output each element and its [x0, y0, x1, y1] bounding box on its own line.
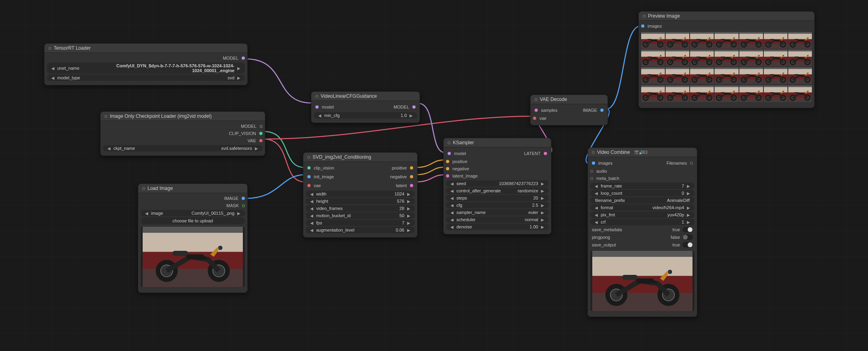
- widget-control-after[interactable]: ◀control_after_generaterandomize▶: [446, 188, 549, 194]
- widget-video-frames[interactable]: ◀video_frames28▶: [306, 205, 415, 212]
- preview-thumb: [690, 67, 714, 84]
- preview-thumb: [715, 50, 738, 67]
- widget-frame-rate[interactable]: ◀frame_rate7▶: [590, 183, 694, 189]
- widget-motion-bucket[interactable]: ◀motion_bucket_id50▶: [306, 212, 415, 219]
- widget-width[interactable]: ◀width1024▶: [306, 191, 415, 197]
- output-image[interactable]: IMAGE: [138, 195, 247, 202]
- input-model[interactable]: model: [313, 103, 335, 111]
- node-load-image[interactable]: Load Image IMAGE MASK ◀imageComfyUI_0011…: [138, 184, 248, 293]
- preview-thumb: [690, 85, 714, 102]
- preview-thumb: [788, 85, 812, 102]
- output-latent[interactable]: latent: [394, 182, 416, 189]
- widget-aug-level[interactable]: ◀augmentation_level0.06▶: [306, 227, 415, 233]
- widget-pix-fmt[interactable]: ◀pix_fmtyuv420p▶: [590, 212, 694, 218]
- node-title: Preview Image: [648, 13, 680, 19]
- preview-thumb: [641, 67, 665, 84]
- widget-steps[interactable]: ◀steps20▶: [446, 195, 549, 201]
- input-init-image[interactable]: init_image: [305, 173, 335, 180]
- preview-thumb: [690, 50, 714, 67]
- input-model[interactable]: model: [445, 150, 468, 157]
- output-filenames[interactable]: Filenames: [665, 159, 695, 167]
- toggle-save-output[interactable]: save_outputtrue: [588, 241, 697, 248]
- preview-thumb: [764, 32, 787, 49]
- output-clip-vision[interactable]: CLIP_VISION: [101, 130, 265, 137]
- widget-loop-count[interactable]: ◀loop_count0▶: [590, 190, 694, 196]
- node-title: VAE Decode: [540, 97, 567, 102]
- node-cfg-guidance[interactable]: VideoLinearCFGGuidance model MODEL ◀min_…: [311, 91, 420, 123]
- widget-height[interactable]: ◀height576▶: [306, 198, 415, 204]
- widget-min-cfg[interactable]: ◀min_cfg1.0▶: [314, 112, 417, 119]
- node-title: Load Image: [147, 186, 173, 191]
- toggle-pingpong[interactable]: pingpongfalse: [588, 234, 697, 241]
- input-latent-image[interactable]: latent_image: [444, 172, 551, 180]
- output-latent[interactable]: LATENT: [523, 150, 549, 157]
- preview-thumb: [764, 50, 787, 67]
- node-title: TensorRT Loader: [54, 45, 91, 51]
- node-ksampler[interactable]: KSampler model LATENT positive negative …: [443, 138, 551, 234]
- input-vae[interactable]: vae: [305, 182, 323, 189]
- node-svd-conditioning[interactable]: SVD_img2vid_Conditioning clip_vision pos…: [303, 152, 418, 238]
- widget-fps[interactable]: ◀fps7▶: [306, 220, 415, 226]
- node-badges: 🎬🔊🎞: [634, 150, 648, 155]
- input-clip-vision[interactable]: clip_vision: [305, 164, 336, 171]
- output-model[interactable]: MODEL: [392, 103, 418, 111]
- node-title: Video Combine: [597, 149, 630, 155]
- widget-unet-name[interactable]: ◀unet_nameComfyUI_DYN_$dyn-b-7-7-7-h-576…: [47, 63, 245, 74]
- widget-format[interactable]: ◀formatvideo/h264-mp4▶: [590, 204, 694, 211]
- widget-scheduler[interactable]: ◀schedulernormal▶: [446, 216, 549, 223]
- preview-thumb: [641, 50, 665, 67]
- output-model[interactable]: MODEL: [101, 123, 265, 130]
- preview-grid: [639, 30, 814, 105]
- widget-denoise[interactable]: ◀denoise1.00▶: [446, 224, 549, 230]
- input-vae[interactable]: vae: [531, 115, 608, 122]
- output-preview: [590, 251, 694, 311]
- output-image[interactable]: IMAGE: [581, 107, 606, 114]
- preview-thumb: [788, 32, 812, 49]
- input-samples[interactable]: samples: [532, 107, 559, 114]
- widget-ckpt-name[interactable]: ◀ckpt_namesvd.safetensors▶: [103, 145, 262, 151]
- preview-thumb: [715, 85, 738, 102]
- preview-thumb: [739, 85, 763, 102]
- preview-thumb: [666, 32, 689, 49]
- preview-thumb: [690, 32, 714, 49]
- preview-thumb: [666, 50, 689, 67]
- widget-model-type[interactable]: ◀model_typesvd▶: [47, 75, 245, 81]
- node-video-combine[interactable]: Video Combine🎬🔊🎞 images Filenames audio …: [587, 147, 697, 317]
- input-images[interactable]: images: [639, 22, 814, 30]
- input-positive[interactable]: positive: [444, 158, 551, 165]
- node-title: VideoLinearCFGGuidance: [321, 93, 377, 99]
- output-vae[interactable]: VAE: [101, 137, 265, 144]
- preview-thumb: [788, 67, 812, 84]
- preview-thumb: [666, 85, 689, 102]
- input-negative[interactable]: negative: [444, 165, 551, 172]
- preview-thumb: [739, 50, 763, 67]
- input-audio[interactable]: audio: [588, 167, 697, 175]
- preview-thumb: [641, 85, 665, 102]
- image-preview: [141, 227, 245, 287]
- node-checkpoint-loader[interactable]: Image Only Checkpoint Loader (img2vid mo…: [100, 111, 265, 156]
- widget-cfg[interactable]: ◀cfg2.5▶: [446, 202, 549, 208]
- output-negative[interactable]: negative: [388, 173, 416, 180]
- preview-thumb: [739, 32, 763, 49]
- node-tensorrt-loader[interactable]: TensorRT Loader MODEL ◀unet_nameComfyUI_…: [44, 43, 248, 85]
- node-vae-decode[interactable]: VAE Decode samples IMAGE vae: [530, 95, 608, 125]
- widget-crf[interactable]: ◀crf1▶: [590, 219, 694, 225]
- input-images[interactable]: images: [589, 159, 614, 167]
- preview-thumb: [788, 50, 812, 67]
- output-mask[interactable]: MASK: [138, 202, 247, 209]
- input-meta-batch[interactable]: meta_batch: [588, 175, 697, 182]
- preview-thumb: [666, 67, 689, 84]
- widget-sampler-name[interactable]: ◀sampler_nameeuler▶: [446, 209, 549, 216]
- node-preview-image[interactable]: Preview Image images: [638, 11, 815, 108]
- output-positive[interactable]: positive: [390, 164, 416, 171]
- toggle-save-metadata[interactable]: save_metadatatrue: [588, 226, 697, 233]
- node-title: KSampler: [453, 140, 474, 145]
- preview-thumb: [715, 67, 738, 84]
- widget-image[interactable]: ◀imageComfyUI_00115_.png▶: [141, 210, 245, 216]
- preview-thumb: [764, 85, 787, 102]
- preview-thumb: [715, 32, 738, 49]
- widget-filename-prefix[interactable]: filename_prefixAnimateDiff: [590, 197, 694, 204]
- widget-seed[interactable]: ◀seed1036987423776223▶: [446, 180, 549, 187]
- upload-button[interactable]: choose file to upload: [141, 217, 245, 224]
- output-model[interactable]: MODEL: [44, 54, 247, 62]
